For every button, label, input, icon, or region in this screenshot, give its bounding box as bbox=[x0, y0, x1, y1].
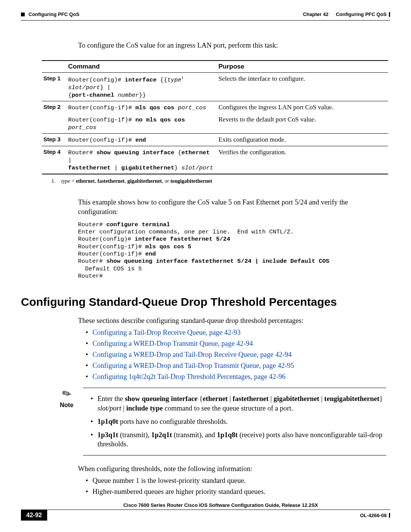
link[interactable]: Configuring a WRED-Drop Transmit Queue, … bbox=[92, 340, 253, 347]
header-right: Chapter 42 Configuring PFC QoS bbox=[303, 11, 390, 17]
header-marker-bar bbox=[389, 12, 390, 17]
note-item: Enter the show queueing interface {ether… bbox=[91, 394, 386, 413]
pencil-icon: ✎ bbox=[60, 386, 73, 401]
purpose-cell: Selects the interface to configure. bbox=[217, 73, 388, 101]
list-item: Configuring a WRED-Drop Transmit Queue, … bbox=[86, 340, 386, 348]
plain-list: Queue number 1 is the lowest-priority st… bbox=[78, 477, 386, 496]
link[interactable]: Configuring a WRED-Drop and Tail-Drop Tr… bbox=[92, 362, 294, 369]
table-footnote: 1. type = ethernet, fastethernet, gigabi… bbox=[51, 178, 390, 184]
link[interactable]: Configuring a Tail-Drop Receive Queue, p… bbox=[92, 329, 241, 336]
list-item: Configuring a Tail-Drop Receive Queue, p… bbox=[86, 329, 386, 337]
cmd-cell: Router(config-if)# end bbox=[67, 133, 217, 146]
intro-text: To configure the CoS value for an ingres… bbox=[78, 42, 386, 50]
note-block: ✎ Note Enter the show queueing interface… bbox=[57, 388, 386, 456]
cmd-cell: Router(config-if)# no mls qos cos port_c… bbox=[67, 113, 217, 134]
header-rule bbox=[21, 20, 390, 21]
section-heading: Configuring Standard-Queue Drop Threshol… bbox=[21, 296, 390, 308]
header-chapter-title: Configuring PFC QoS bbox=[336, 11, 387, 17]
cmd-cell: Router# show queuing interface {ethernet… bbox=[67, 146, 217, 174]
note-label: Note bbox=[57, 402, 76, 409]
note-icon-col: ✎ Note bbox=[57, 388, 76, 409]
footer-guide-title: Cisco 7600 Series Router Cisco IOS Softw… bbox=[21, 502, 390, 508]
step-label: Step 3 bbox=[42, 133, 67, 146]
header-marker-square bbox=[21, 13, 25, 16]
purpose-cell: Configures the ingress LAN port CoS valu… bbox=[217, 101, 388, 113]
cmd-cell: Router(config)# interface {{type1 slot/p… bbox=[67, 73, 217, 101]
table-row: Step 4 Router# show queuing interface {e… bbox=[42, 146, 388, 174]
code-example: Router# configure terminal Enter configu… bbox=[78, 221, 386, 280]
link-list: Configuring a Tail-Drop Receive Queue, p… bbox=[78, 329, 386, 381]
link[interactable]: Configuring 1q4t/2q2t Tail-Drop Threshol… bbox=[92, 373, 285, 380]
footnote-num: 1. bbox=[51, 178, 56, 184]
step-label: Step 1 bbox=[42, 73, 67, 101]
th-command: Command bbox=[67, 61, 217, 73]
step-label: Step 4 bbox=[42, 146, 67, 174]
table-row: Step 3 Router(config-if)# end Exits conf… bbox=[42, 133, 388, 146]
example-intro: This example shows how to configure the … bbox=[78, 198, 386, 217]
header-chapter: Chapter 42 bbox=[303, 11, 328, 17]
list-item: Configuring a WRED-Drop and Tail-Drop Re… bbox=[86, 351, 386, 359]
purpose-cell: Reverts to the default port CoS value. bbox=[217, 113, 388, 134]
th-purpose: Purpose bbox=[217, 61, 388, 73]
list-item: Configuring a WRED-Drop and Tail-Drop Tr… bbox=[86, 362, 386, 370]
doc-id-text: OL-4266-08 bbox=[360, 513, 387, 518]
purpose-cell: Verifies the configuration. bbox=[217, 146, 388, 174]
list-item: Higher-numbered queues are higher priori… bbox=[86, 488, 386, 496]
doc-id: OL-4266-08 bbox=[360, 513, 390, 518]
page-header: Configuring PFC QoS Chapter 42 Configuri… bbox=[21, 11, 390, 17]
th-step bbox=[42, 61, 67, 73]
section-intro: These sections describe configuring stan… bbox=[78, 317, 386, 325]
table-row: Step 2 Router(config-if)# mls qos cos po… bbox=[42, 101, 388, 113]
note-item: 1p1q0t ports have no configurable thresh… bbox=[91, 417, 386, 427]
footer-marker-bar bbox=[389, 513, 390, 518]
link[interactable]: Configuring a WRED-Drop and Tail-Drop Re… bbox=[92, 351, 292, 358]
table-row: Router(config-if)# no mls qos cos port_c… bbox=[42, 113, 388, 134]
note-content: Enter the show queueing interface {ether… bbox=[83, 388, 386, 456]
footer-bar: 42-92 OL-4266-08 bbox=[21, 510, 390, 521]
table-row: Step 1 Router(config)# interface {{type1… bbox=[42, 73, 388, 101]
page-footer: Cisco 7600 Series Router Cisco IOS Softw… bbox=[21, 502, 390, 521]
command-table: Command Purpose Step 1 Router(config)# i… bbox=[42, 60, 388, 174]
step-label: Step 2 bbox=[42, 101, 67, 133]
note-item: 1p3q1t (transmit), 1p2q1t (transmit), an… bbox=[91, 430, 386, 449]
header-section: Configuring PFC QoS bbox=[29, 11, 80, 17]
header-left: Configuring PFC QoS bbox=[21, 11, 80, 17]
when-text: When configuring thresholds, note the fo… bbox=[78, 465, 386, 473]
list-item: Queue number 1 is the lowest-priority st… bbox=[86, 477, 386, 485]
cmd-cell: Router(config-if)# mls qos cos port_cos bbox=[67, 101, 217, 113]
page-number-badge: 42-92 bbox=[21, 510, 47, 521]
list-item: Configuring 1q4t/2q2t Tail-Drop Threshol… bbox=[86, 373, 386, 381]
purpose-cell: Exits configuration mode. bbox=[217, 133, 388, 146]
